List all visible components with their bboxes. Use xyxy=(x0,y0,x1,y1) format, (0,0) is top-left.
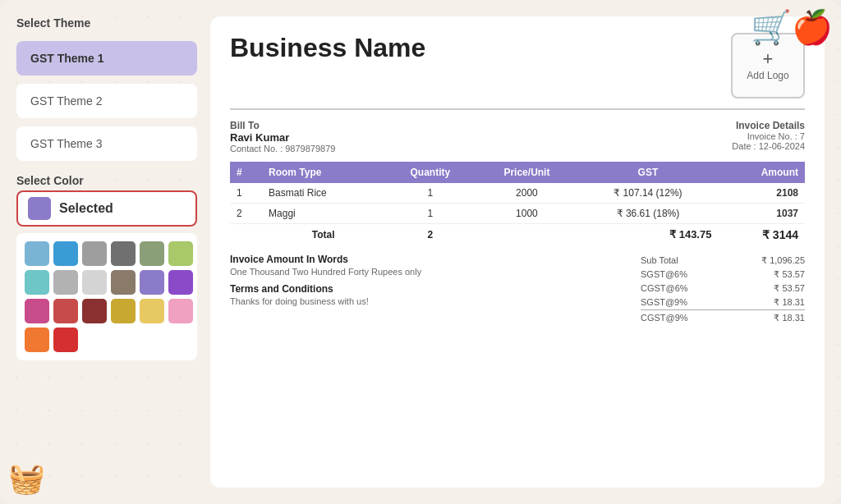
color-option[interactable] xyxy=(25,270,49,295)
terms-text: Thanks for doing business with us! xyxy=(230,296,624,306)
total-gst: ₹ 143.75 xyxy=(577,223,718,245)
row2-num: 2 xyxy=(230,203,262,223)
color-option[interactable] xyxy=(111,241,136,266)
invoice-notes: Invoice Amount In Words One Thousand Two… xyxy=(230,254,641,325)
color-option[interactable] xyxy=(25,299,49,323)
table-row: 1 Basmati Rice 1 2000 ₹ 107.14 (12%) 210… xyxy=(230,183,805,204)
sgst9-row: SGST@9% ₹ 18.31 xyxy=(641,296,805,309)
color-option[interactable] xyxy=(53,299,78,323)
col-gst: GST xyxy=(577,162,718,183)
col-num: # xyxy=(230,162,262,183)
color-grid xyxy=(16,233,197,360)
selected-color-box: Selected xyxy=(16,190,197,227)
color-option[interactable] xyxy=(53,270,78,295)
table-total-row: Total 2 ₹ 143.75 ₹ 3144 xyxy=(230,223,805,245)
row1-price: 2000 xyxy=(476,183,577,204)
row1-num: 1 xyxy=(230,183,262,204)
col-qty: Quantity xyxy=(384,162,476,183)
color-option[interactable] xyxy=(25,328,49,352)
theme-gst3[interactable]: GST Theme 3 xyxy=(16,126,197,161)
color-option[interactable] xyxy=(140,241,164,266)
business-name: Business Name xyxy=(230,33,425,63)
col-amount: Amount xyxy=(718,162,805,183)
color-option[interactable] xyxy=(111,299,136,323)
color-option[interactable] xyxy=(168,241,193,266)
color-option[interactable] xyxy=(82,241,107,266)
left-panel: Select Theme GST Theme 1 GST Theme 2 GST… xyxy=(16,16,197,488)
invoice-details-label: Invoice Details xyxy=(732,120,805,131)
add-logo-label: Add Logo xyxy=(747,70,788,81)
selected-color-label: Selected xyxy=(59,201,113,216)
invoice-header: Business Name + Add Logo xyxy=(230,33,805,99)
cgst6-val: ₹ 53.57 xyxy=(774,283,805,294)
row2-gst: ₹ 36.61 (18%) xyxy=(577,203,718,223)
color-option[interactable] xyxy=(53,328,78,352)
cgst9-row: CGST@9% ₹ 18.31 xyxy=(641,309,805,325)
customer-name: Ravi Kumar xyxy=(230,131,335,144)
row1-gst: ₹ 107.14 (12%) xyxy=(577,183,718,204)
row1-qty: 1 xyxy=(384,183,476,204)
add-logo-button[interactable]: + Add Logo xyxy=(731,33,805,99)
total-label: Total xyxy=(262,223,384,245)
amount-in-words: One Thousand Two Hundred Forty Rupees on… xyxy=(230,267,624,277)
invoice-bottom: Invoice Amount In Words One Thousand Two… xyxy=(230,254,805,325)
invoice-meta: Bill To Ravi Kumar Contact No. : 9879879… xyxy=(230,120,805,153)
color-option[interactable] xyxy=(82,270,107,295)
color-option[interactable] xyxy=(168,299,193,323)
row2-item: Maggi xyxy=(262,203,384,223)
cgst6-row: CGST@6% ₹ 53.57 xyxy=(641,282,805,296)
color-option[interactable] xyxy=(111,270,136,295)
selected-color-swatch xyxy=(28,197,51,220)
theme-gst1[interactable]: GST Theme 1 xyxy=(16,41,197,76)
row1-item: Basmati Rice xyxy=(262,183,384,204)
theme-gst2[interactable]: GST Theme 2 xyxy=(16,84,197,118)
total-qty: 2 xyxy=(384,223,476,245)
row2-qty: 1 xyxy=(384,203,476,223)
color-section-label: Select Color xyxy=(16,174,197,187)
color-option[interactable] xyxy=(168,270,193,295)
sgst9-val: ₹ 18.31 xyxy=(774,297,805,308)
cgst9-val: ₹ 18.31 xyxy=(774,313,805,323)
sgst6-row: SGST@6% ₹ 53.57 xyxy=(641,268,805,282)
color-option[interactable] xyxy=(140,299,164,323)
color-section: Select Color Selected xyxy=(16,174,197,360)
color-option[interactable] xyxy=(82,299,107,323)
color-option-selected[interactable] xyxy=(140,270,164,295)
table-header-row: # Room Type Quantity Price/Unit GST Amou… xyxy=(230,162,805,183)
header-divider xyxy=(230,108,805,110)
sgst9-label: SGST@9% xyxy=(641,297,687,308)
col-price: Price/Unit xyxy=(476,162,577,183)
row2-price: 1000 xyxy=(476,203,577,223)
row1-amount: 2108 xyxy=(718,183,805,204)
cgst9-label: CGST@9% xyxy=(641,313,688,323)
invoice-totals: Sub Total ₹ 1,096.25 SGST@6% ₹ 53.57 CGS… xyxy=(641,254,805,325)
invoice-details-section: Invoice Details Invoice No. : 7 Date : 1… xyxy=(732,120,805,153)
subtotal-label: Sub Total xyxy=(641,255,678,266)
table-row: 2 Maggi 1 1000 ₹ 36.61 (18%) 1037 xyxy=(230,203,805,223)
plus-icon: + xyxy=(763,50,774,68)
theme-section-label: Select Theme xyxy=(16,16,197,30)
invoice-table: # Room Type Quantity Price/Unit GST Amou… xyxy=(230,162,805,245)
subtotal-val: ₹ 1,096.25 xyxy=(761,255,805,266)
color-option[interactable] xyxy=(53,241,78,266)
color-option[interactable] xyxy=(25,241,49,266)
subtotal-row: Sub Total ₹ 1,096.25 xyxy=(641,254,805,268)
invoice-date: Date : 12-06-2024 xyxy=(732,141,805,151)
bill-to-section: Bill To Ravi Kumar Contact No. : 9879879… xyxy=(230,120,335,153)
row2-amount: 1037 xyxy=(718,203,805,223)
cgst6-label: CGST@6% xyxy=(641,283,688,294)
contact-number: Contact No. : 9879879879 xyxy=(230,144,335,153)
invoice-number: Invoice No. : 7 xyxy=(732,131,805,141)
amount-in-words-label: Invoice Amount In Words xyxy=(230,254,624,265)
terms-label: Terms and Conditions xyxy=(230,283,624,295)
col-item: Room Type xyxy=(262,162,384,183)
sgst6-label: SGST@6% xyxy=(641,269,687,280)
sgst6-val: ₹ 53.57 xyxy=(774,269,805,280)
invoice-panel: Business Name + Add Logo Bill To Ravi Ku… xyxy=(210,16,825,488)
bill-to-label: Bill To xyxy=(230,120,335,131)
total-amount: ₹ 3144 xyxy=(718,223,805,245)
